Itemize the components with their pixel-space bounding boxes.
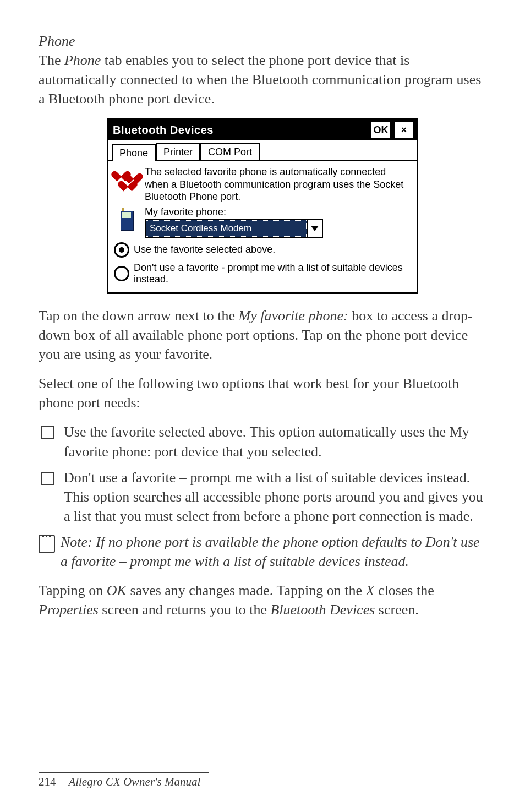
tap-em1: My favorite phone: bbox=[239, 308, 348, 324]
ok-em3: Properties bbox=[39, 602, 99, 618]
dialog-titlebar: Bluetooth Devices OK × bbox=[108, 120, 417, 140]
ok-em1: OK bbox=[107, 582, 127, 598]
radio-dont-use-favorite-label: Don't use a favorite - prompt me with a … bbox=[134, 262, 411, 286]
checkbox-bullet-icon bbox=[41, 426, 54, 439]
bluetooth-devices-dialog: Bluetooth Devices OK × Phone Printer COM… bbox=[107, 118, 418, 294]
options-list: Use the favorite selected above. This op… bbox=[39, 422, 486, 525]
footer-rule bbox=[39, 772, 209, 773]
dropdown-arrow-button[interactable] bbox=[307, 220, 322, 237]
option-text-1: Use the favorite selected above. This op… bbox=[64, 422, 486, 461]
ok-em2: X bbox=[366, 582, 375, 598]
close-button[interactable]: × bbox=[393, 121, 414, 139]
radio-dont-use-favorite[interactable]: Don't use a favorite - prompt me with a … bbox=[114, 262, 411, 286]
select-paragraph: Select one of the following two options … bbox=[39, 374, 486, 412]
list-item: Don't use a favorite – prompt me with a … bbox=[39, 468, 486, 526]
radio-selected-icon bbox=[114, 242, 129, 258]
page-footer: 214 Allegro CX Owner's Manual bbox=[39, 772, 209, 789]
hearts-icon bbox=[115, 167, 140, 190]
ok-t4: screen and returns you to the bbox=[99, 602, 271, 618]
list-item: Use the favorite selected above. This op… bbox=[39, 422, 486, 461]
page-number: 214 bbox=[39, 775, 56, 788]
tab-printer[interactable]: Printer bbox=[156, 143, 200, 160]
tab-phone[interactable]: Phone bbox=[112, 144, 156, 161]
intro-paragraph: The Phone tab enables you to select the … bbox=[39, 51, 486, 108]
note-paragraph: Note: If no phone port is available the … bbox=[39, 532, 486, 571]
note-icon bbox=[39, 535, 55, 553]
intro-em: Phone bbox=[64, 52, 101, 68]
intro-prefix: The bbox=[39, 52, 64, 68]
ok-t2: saves any changes made. Tapping on the bbox=[127, 582, 366, 598]
radio-use-favorite[interactable]: Use the favorite selected above. bbox=[114, 242, 411, 258]
radio-unselected-icon bbox=[114, 266, 129, 281]
chevron-down-icon bbox=[311, 226, 319, 231]
tab-com-port[interactable]: COM Port bbox=[200, 143, 260, 160]
footer-title: Allegro CX Owner's Manual bbox=[68, 775, 200, 788]
phone-icon bbox=[115, 208, 140, 233]
radio-use-favorite-label: Use the favorite selected above. bbox=[134, 244, 275, 256]
ok-t1: Tapping on bbox=[39, 582, 107, 598]
note-text: Note: If no phone port is available the … bbox=[61, 532, 486, 571]
tap-paragraph: Tap on the down arrow next to the My fav… bbox=[39, 306, 486, 364]
tab-strip: Phone Printer COM Port bbox=[108, 140, 417, 161]
ok-em4: Bluetooth Devices bbox=[270, 602, 375, 618]
checkbox-bullet-icon bbox=[41, 472, 54, 485]
tap-t1: Tap on the down arrow next to the bbox=[39, 308, 239, 324]
favorite-phone-label: My favorite phone: bbox=[145, 206, 411, 218]
option-text-2: Don't use a favorite – prompt me with a … bbox=[64, 468, 486, 526]
dialog-description: The selected favorite phone is automatic… bbox=[145, 165, 411, 203]
ok-button[interactable]: OK bbox=[370, 121, 391, 139]
favorite-phone-value: Socket Cordless Modem bbox=[146, 220, 307, 237]
favorite-phone-dropdown[interactable]: Socket Cordless Modem bbox=[145, 219, 323, 238]
intro-suffix: tab enables you to select the phone port… bbox=[39, 52, 481, 107]
ok-paragraph: Tapping on OK saves any changes made. Ta… bbox=[39, 581, 486, 619]
section-heading: Phone bbox=[39, 33, 486, 50]
ok-t3: closes the bbox=[374, 582, 434, 598]
ok-t5: screen. bbox=[375, 602, 418, 618]
dialog-title: Bluetooth Devices bbox=[113, 124, 368, 137]
